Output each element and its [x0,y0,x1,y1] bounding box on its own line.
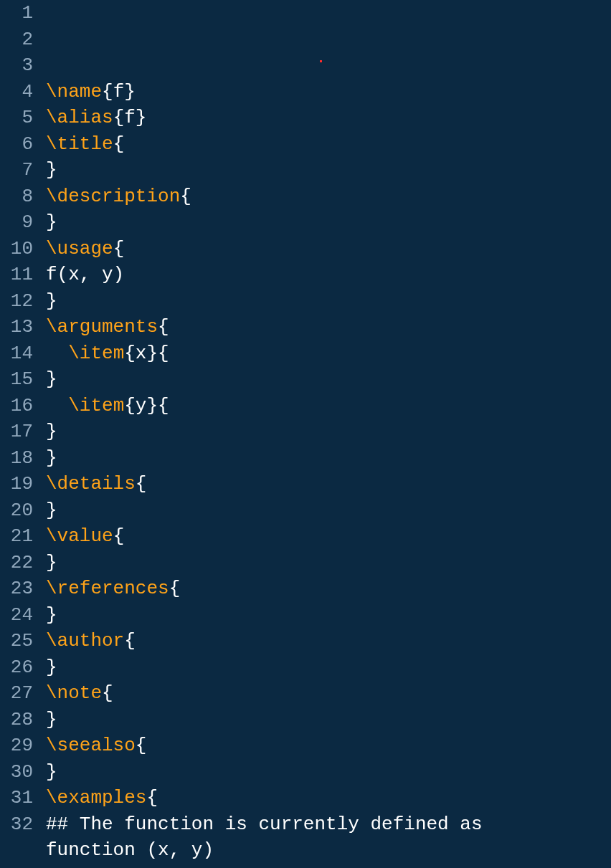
code-line[interactable]: \alias{f} [46,105,611,131]
line-number: 26 [0,654,33,681]
token-brace: { [180,186,191,207]
code-line[interactable]: \details{ [46,471,611,497]
line-number: 19 [0,471,33,497]
code-line[interactable]: \note{ [46,680,611,707]
line-number: 2 [0,27,33,53]
code-area[interactable]: \name{f}\alias{f}\title{}\description{}\… [44,0,611,868]
code-line[interactable]: \value{ [46,523,611,550]
line-number: 15 [0,366,33,393]
line-number: 17 [0,419,33,445]
token-brace: } [46,761,57,783]
token-txt: f(x, y) [46,264,124,285]
token-kw: \name [46,81,102,102]
token-brace: { [102,81,113,102]
token-brace: } [46,211,57,233]
code-line[interactable]: \usage{ [46,236,611,262]
code-line[interactable]: } [46,654,611,681]
code-line[interactable]: function (x, y) [46,837,611,864]
token-brace: { [124,395,136,416]
line-number: 25 [0,628,33,654]
code-line[interactable]: } [46,497,611,524]
token-brace: } [136,107,147,128]
token-kw: \value [46,525,113,547]
line-number: 20 [0,497,33,524]
token-brace: { [113,238,125,259]
line-number: 4 [0,79,33,105]
token-arg: x [136,343,147,364]
line-number: 14 [0,340,33,367]
line-number: 16 [0,393,33,419]
code-line[interactable]: \description{ [46,183,611,210]
code-line[interactable]: } [46,707,611,733]
code-line[interactable]: } [46,157,611,183]
code-line[interactable]: \references{ [46,576,611,602]
code-line[interactable]: \name{f} [46,79,611,105]
code-line[interactable]: } [46,419,611,445]
line-number: 3 [0,52,33,79]
code-line[interactable]: ## The function is currently defined as [46,811,611,838]
token-arg: f [113,81,125,102]
code-line[interactable]: \title{ [46,131,611,158]
token-brace: } [46,657,57,678]
line-number: 18 [0,445,33,472]
code-line[interactable]: } [46,366,611,393]
line-number: 24 [0,602,33,629]
token-brace: { [169,578,181,599]
code-line[interactable]: \seealso{ [46,733,611,759]
line-number: 23 [0,576,33,602]
line-number: 13 [0,314,33,340]
token-brace: { [146,787,158,809]
token-txt: x + y [46,866,102,869]
code-line[interactable]: } [46,550,611,576]
code-line[interactable]: } [46,759,611,786]
token-kw: \usage [46,238,113,259]
code-line[interactable]: x + y [46,864,611,869]
line-number: 12 [0,288,33,315]
code-line[interactable]: \examples{ [46,785,611,811]
line-number: 8 [0,183,33,210]
code-line[interactable]: } [46,288,611,315]
token-brace: }{ [146,343,169,364]
token-brace: { [102,682,113,704]
code-line[interactable]: } [46,445,611,472]
token-brace: } [46,447,57,469]
code-line[interactable]: \arguments{ [46,314,611,340]
line-number: 7 [0,157,33,183]
code-line[interactable]: \item{y}{ [46,393,611,419]
token-brace: { [113,107,125,128]
token-brace: } [46,421,57,442]
token-brace: } [46,290,57,312]
line-number: 1 [0,0,33,27]
token-brace: { [113,525,125,547]
token-arg: y [136,395,147,416]
token-brace: } [124,81,136,102]
code-line[interactable]: f(x, y) [46,262,611,288]
token-kw: \details [46,473,136,495]
line-number: 6 [0,131,33,158]
line-number: 31 [0,785,33,811]
token-brace: { [158,316,169,338]
line-number: 5 [0,105,33,131]
token-brace: { [136,473,147,495]
token-kw: \arguments [46,316,158,338]
code-line[interactable]: \item{x}{ [46,340,611,367]
line-number: 21 [0,523,33,550]
code-line[interactable]: } [46,602,611,629]
line-number: 27 [0,680,33,707]
code-line[interactable]: \author{ [46,628,611,654]
line-number: 10 [0,236,33,262]
token-kw: \note [46,682,102,704]
line-number: 29 [0,733,33,759]
code-line[interactable]: } [46,209,611,236]
code-editor[interactable]: 1234567891011121314151617181920212223242… [0,0,611,868]
token-brace: } [46,368,57,390]
line-number: 11 [0,262,33,288]
line-number: 22 [0,550,33,576]
token-txt: ## The function is currently defined as [46,814,483,835]
token-kw: \references [46,578,169,599]
token-brace: { [124,343,136,364]
token-brace: }{ [146,395,169,416]
token-brace: { [136,735,147,756]
token-indent [46,393,68,419]
token-txt: function (x, y) [46,839,214,861]
